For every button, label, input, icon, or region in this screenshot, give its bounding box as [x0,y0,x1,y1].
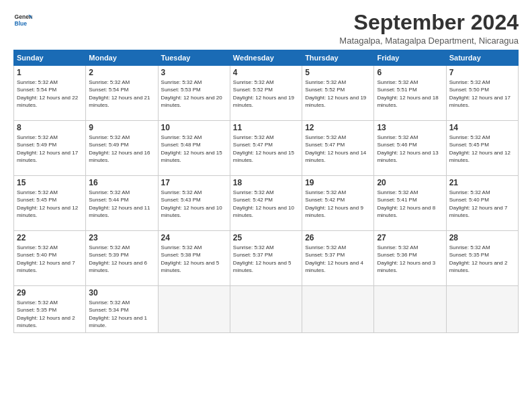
daylight-label: Daylight: 12 hours and 10 minutes. [161,205,222,218]
sunrise-time: 5:32 AM [110,79,130,85]
sunset-time: 5:49 PM [36,142,56,148]
sunrise-time: 5:32 AM [38,244,58,250]
sunset-time: 5:40 PM [36,252,56,258]
calendar-cell: 24 Sunrise: 5:32 AM Sunset: 5:38 PM Dayl… [158,231,230,286]
sunset-label: Sunset: [161,142,181,148]
sunrise-label: Sunrise: [377,134,398,140]
sunset-time: 5:51 PM [397,87,417,93]
sunrise-time: 5:32 AM [470,189,490,195]
day-info: Sunrise: 5:32 AM Sunset: 5:43 PM Dayligh… [161,189,227,219]
sunrise-label: Sunrise: [377,244,398,250]
sunset-time: 5:39 PM [109,252,129,258]
calendar-cell: 5 Sunrise: 5:32 AM Sunset: 5:52 PM Dayli… [302,66,374,121]
col-saturday: Saturday [446,50,518,66]
calendar-cell: 15 Sunrise: 5:32 AM Sunset: 5:45 PM Dayl… [14,176,86,231]
day-info: Sunrise: 5:32 AM Sunset: 5:45 PM Dayligh… [449,134,515,164]
day-info: Sunrise: 5:32 AM Sunset: 5:42 PM Dayligh… [233,189,299,219]
sunset-label: Sunset: [377,142,396,148]
daylight-label: Daylight: 12 hours and 18 minutes. [377,95,438,108]
sunset-time: 5:48 PM [181,142,201,148]
sunrise-time: 5:32 AM [254,79,273,85]
sunset-label: Sunset: [233,87,253,93]
day-number: 6 [377,68,443,77]
sunset-label: Sunset: [17,252,36,258]
sunset-time: 5:46 PM [397,142,417,148]
sunrise-time: 5:32 AM [254,244,273,250]
calendar-cell [446,286,518,333]
sunset-label: Sunset: [305,252,324,258]
sunset-time: 5:52 PM [324,87,345,93]
sunrise-time: 5:32 AM [326,79,346,85]
sunrise-time: 5:32 AM [182,244,202,250]
sunrise-label: Sunrise: [161,189,183,195]
sunrise-time: 5:32 AM [470,134,490,140]
sunrise-time: 5:32 AM [326,134,346,140]
calendar-cell: 20 Sunrise: 5:32 AM Sunset: 5:41 PM Dayl… [374,176,446,231]
sunset-time: 5:54 PM [109,87,129,93]
sunrise-label: Sunrise: [449,244,471,250]
sunset-label: Sunset: [305,87,324,93]
daylight-label: Daylight: 12 hours and 13 minutes. [377,150,438,163]
calendar-cell: 10 Sunrise: 5:32 AM Sunset: 5:48 PM Dayl… [158,121,230,176]
day-number: 24 [161,233,227,242]
sunrise-label: Sunrise: [89,244,110,250]
sunrise-time: 5:32 AM [254,189,273,195]
day-info: Sunrise: 5:32 AM Sunset: 5:47 PM Dayligh… [233,134,299,164]
day-info: Sunrise: 5:32 AM Sunset: 5:35 PM Dayligh… [17,299,83,329]
day-number: 30 [89,288,154,298]
calendar-cell: 21 Sunrise: 5:32 AM Sunset: 5:40 PM Dayl… [446,176,518,231]
sunrise-time: 5:32 AM [470,79,490,85]
day-info: Sunrise: 5:32 AM Sunset: 5:42 PM Dayligh… [305,189,371,219]
col-wednesday: Wednesday [230,50,302,66]
sunrise-time: 5:32 AM [470,244,490,250]
daylight-label: Daylight: 12 hours and 4 minutes. [305,260,363,273]
sunrise-label: Sunrise: [233,189,255,195]
calendar-cell: 23 Sunrise: 5:32 AM Sunset: 5:39 PM Dayl… [86,231,158,286]
subtitle: Matagalpa, Matagalpa Department, Nicarag… [339,36,519,46]
day-info: Sunrise: 5:32 AM Sunset: 5:37 PM Dayligh… [305,244,371,274]
daylight-label: Daylight: 12 hours and 15 minutes. [233,150,294,163]
col-thursday: Thursday [302,50,374,66]
calendar: Sunday Monday Tuesday Wednesday Thursday… [13,50,519,333]
sunset-label: Sunset: [17,197,36,203]
sunrise-label: Sunrise: [161,134,183,140]
calendar-week-5: 29 Sunrise: 5:32 AM Sunset: 5:35 PM Dayl… [14,286,519,333]
sunrise-time: 5:32 AM [398,79,418,85]
day-info: Sunrise: 5:32 AM Sunset: 5:38 PM Dayligh… [161,244,227,274]
sunset-time: 5:37 PM [324,252,345,258]
sunrise-time: 5:32 AM [182,134,202,140]
daylight-label: Daylight: 12 hours and 17 minutes. [17,150,78,163]
svg-text:Blue: Blue [15,20,28,27]
day-number: 20 [377,178,443,187]
day-number: 1 [17,68,83,77]
day-info: Sunrise: 5:32 AM Sunset: 5:39 PM Dayligh… [89,244,154,274]
sunset-label: Sunset: [89,142,108,148]
sunrise-label: Sunrise: [17,134,38,140]
daylight-label: Daylight: 12 hours and 19 minutes. [233,95,294,108]
day-info: Sunrise: 5:32 AM Sunset: 5:54 PM Dayligh… [89,79,154,109]
day-number: 9 [89,123,154,132]
day-info: Sunrise: 5:32 AM Sunset: 5:36 PM Dayligh… [377,244,443,274]
sunrise-label: Sunrise: [233,134,255,140]
sunrise-label: Sunrise: [305,79,326,85]
calendar-cell [302,286,374,333]
daylight-label: Daylight: 12 hours and 7 minutes. [17,260,75,273]
sunset-label: Sunset: [89,197,108,203]
sunset-label: Sunset: [89,307,108,313]
sunset-label: Sunset: [449,142,469,148]
sunset-time: 5:42 PM [253,197,273,203]
day-number: 18 [233,178,299,187]
sunset-time: 5:52 PM [253,87,273,93]
calendar-cell [158,286,230,333]
calendar-week-3: 15 Sunrise: 5:32 AM Sunset: 5:45 PM Dayl… [14,176,519,231]
day-info: Sunrise: 5:32 AM Sunset: 5:40 PM Dayligh… [449,189,515,219]
sunrise-label: Sunrise: [377,189,398,195]
day-info: Sunrise: 5:32 AM Sunset: 5:47 PM Dayligh… [305,134,371,164]
sunset-label: Sunset: [449,252,469,258]
sunset-time: 5:35 PM [36,307,56,313]
header: General Blue September 2024 Matagalpa, M… [13,11,519,46]
day-number: 23 [89,233,154,242]
sunset-time: 5:44 PM [109,197,129,203]
sunrise-time: 5:32 AM [110,300,130,306]
sunset-label: Sunset: [449,87,469,93]
